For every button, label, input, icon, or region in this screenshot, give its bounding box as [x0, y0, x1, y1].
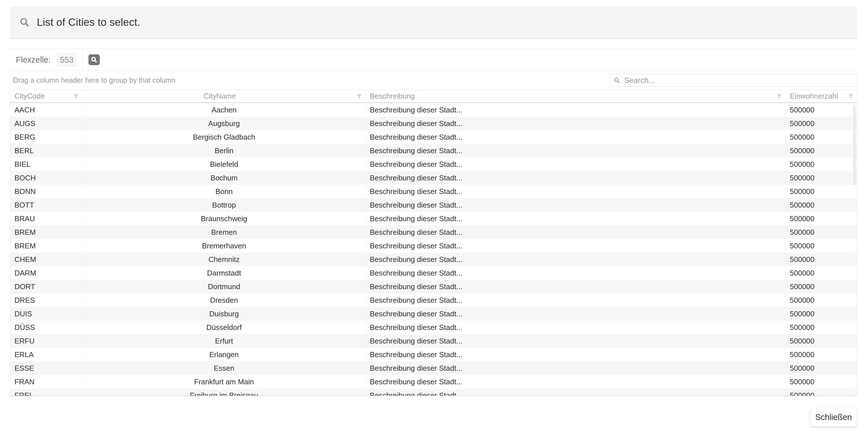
cell-beschreibung[interactable]: Beschreibung dieser Stadt... — [366, 307, 786, 321]
cell-citycode[interactable]: BIEL — [10, 158, 83, 171]
cell-beschreibung[interactable]: Beschreibung dieser Stadt... — [366, 185, 786, 198]
table-row[interactable]: BERL Berlin Beschreibung dieser Stadt...… — [10, 144, 857, 158]
cell-citycode[interactable]: BOCH — [10, 171, 83, 185]
cell-beschreibung[interactable]: Beschreibung dieser Stadt... — [366, 321, 786, 334]
table-row[interactable]: FREI Freiburg im Breisgau Beschreibung d… — [10, 389, 857, 396]
table-row[interactable]: BERG Bergisch Gladbach Beschreibung dies… — [10, 130, 857, 144]
cell-beschreibung[interactable]: Beschreibung dieser Stadt... — [366, 144, 786, 158]
cell-einwohnerzahl[interactable]: 500000 — [786, 361, 857, 375]
cell-citycode[interactable]: BREM — [10, 225, 83, 239]
cell-citycode[interactable]: BERL — [10, 144, 83, 158]
table-row[interactable]: FRAN Frankfurt am Main Beschreibung dies… — [10, 375, 857, 389]
cell-einwohnerzahl[interactable]: 500000 — [786, 103, 857, 117]
vertical-scrollbar-thumb[interactable] — [853, 104, 856, 185]
search-button[interactable] — [88, 54, 100, 65]
cell-cityname[interactable]: Bremen — [83, 225, 366, 239]
cell-citycode[interactable]: ERFU — [10, 334, 83, 348]
table-row[interactable]: BREM Bremen Beschreibung dieser Stadt...… — [10, 225, 857, 239]
column-header-cityname[interactable]: CityName — [83, 90, 366, 102]
flexzelle-input[interactable] — [58, 54, 76, 66]
cell-citycode[interactable]: BERG — [10, 130, 83, 144]
cell-beschreibung[interactable]: Beschreibung dieser Stadt... — [366, 348, 786, 361]
cell-beschreibung[interactable]: Beschreibung dieser Stadt... — [366, 171, 786, 185]
cell-cityname[interactable]: Berlin — [83, 144, 366, 158]
cell-cityname[interactable]: Frankfurt am Main — [83, 375, 366, 389]
grid-search-box[interactable] — [610, 74, 857, 87]
funnel-icon[interactable] — [776, 93, 783, 100]
table-row[interactable]: BOCH Bochum Beschreibung dieser Stadt...… — [10, 171, 857, 185]
cell-einwohnerzahl[interactable]: 500000 — [786, 348, 857, 361]
cell-cityname[interactable]: Erfurt — [83, 334, 366, 348]
column-header-beschreibung[interactable]: Beschreibung — [366, 90, 786, 102]
cell-citycode[interactable]: AACH — [10, 103, 83, 117]
cell-einwohnerzahl[interactable]: 500000 — [786, 117, 857, 130]
table-row[interactable]: DRES Dresden Beschreibung dieser Stadt..… — [10, 293, 857, 307]
cell-citycode[interactable]: DUIS — [10, 307, 83, 321]
cell-beschreibung[interactable]: Beschreibung dieser Stadt... — [366, 103, 786, 117]
cell-cityname[interactable]: Erlangen — [83, 348, 366, 361]
cell-cityname[interactable]: Bielefeld — [83, 158, 366, 171]
cell-einwohnerzahl[interactable]: 500000 — [786, 130, 857, 144]
table-row[interactable]: BIEL Bielefeld Beschreibung dieser Stadt… — [10, 158, 857, 171]
cell-einwohnerzahl[interactable]: 500000 — [786, 158, 857, 171]
cell-cityname[interactable]: Düsseldorf — [83, 321, 366, 334]
cell-einwohnerzahl[interactable]: 500000 — [786, 389, 857, 396]
funnel-icon[interactable] — [356, 93, 363, 100]
table-row[interactable]: BONN Bonn Beschreibung dieser Stadt... 5… — [10, 185, 857, 198]
cell-cityname[interactable]: Bonn — [83, 185, 366, 198]
column-header-citycode[interactable]: CityCode — [10, 90, 83, 102]
table-row[interactable]: ERLA Erlangen Beschreibung dieser Stadt.… — [10, 348, 857, 361]
cell-citycode[interactable]: DÜSS — [10, 321, 83, 334]
cell-citycode[interactable]: AUGS — [10, 117, 83, 130]
table-row[interactable]: DARM Darmstadt Beschreibung dieser Stadt… — [10, 266, 857, 280]
cell-einwohnerzahl[interactable]: 500000 — [786, 266, 857, 280]
cell-einwohnerzahl[interactable]: 500000 — [786, 225, 857, 239]
cell-beschreibung[interactable]: Beschreibung dieser Stadt... — [366, 239, 786, 253]
cell-einwohnerzahl[interactable]: 500000 — [786, 321, 857, 334]
table-row[interactable]: AACH Aachen Beschreibung dieser Stadt...… — [10, 103, 857, 117]
cell-einwohnerzahl[interactable]: 500000 — [786, 307, 857, 321]
cell-cityname[interactable]: Bremerhaven — [83, 239, 366, 253]
cell-einwohnerzahl[interactable]: 500000 — [786, 144, 857, 158]
table-row[interactable]: DÜSS Düsseldorf Beschreibung dieser Stad… — [10, 321, 857, 334]
cell-beschreibung[interactable]: Beschreibung dieser Stadt... — [366, 280, 786, 293]
column-header-einwohnerzahl[interactable]: Einwohnerzahl — [786, 90, 857, 102]
cell-citycode[interactable]: DORT — [10, 280, 83, 293]
cell-cityname[interactable]: Darmstadt — [83, 266, 366, 280]
cell-cityname[interactable]: Dortmund — [83, 280, 366, 293]
cell-cityname[interactable]: Braunschweig — [83, 212, 366, 225]
cell-cityname[interactable]: Bochum — [83, 171, 366, 185]
table-row[interactable]: BOTT Bottrop Beschreibung dieser Stadt..… — [10, 198, 857, 212]
cell-cityname[interactable]: Bottrop — [83, 198, 366, 212]
cell-citycode[interactable]: CHEM — [10, 253, 83, 266]
cell-einwohnerzahl[interactable]: 500000 — [786, 185, 857, 198]
funnel-icon[interactable] — [847, 93, 854, 100]
cell-beschreibung[interactable]: Beschreibung dieser Stadt... — [366, 130, 786, 144]
cell-cityname[interactable]: Aachen — [83, 103, 366, 117]
cell-citycode[interactable]: BRAU — [10, 212, 83, 225]
cell-citycode[interactable]: DARM — [10, 266, 83, 280]
cell-einwohnerzahl[interactable]: 500000 — [786, 212, 857, 225]
cell-cityname[interactable]: Duisburg — [83, 307, 366, 321]
cell-beschreibung[interactable]: Beschreibung dieser Stadt... — [366, 375, 786, 389]
cell-cityname[interactable]: Chemnitz — [83, 253, 366, 266]
cell-cityname[interactable]: Bergisch Gladbach — [83, 130, 366, 144]
close-button[interactable]: Schließen — [810, 408, 857, 427]
cell-citycode[interactable]: ESSE — [10, 361, 83, 375]
funnel-icon[interactable] — [72, 93, 79, 100]
cell-cityname[interactable]: Dresden — [83, 293, 366, 307]
cell-beschreibung[interactable]: Beschreibung dieser Stadt... — [366, 293, 786, 307]
cell-einwohnerzahl[interactable]: 500000 — [786, 253, 857, 266]
cell-citycode[interactable]: BREM — [10, 239, 83, 253]
cell-einwohnerzahl[interactable]: 500000 — [786, 293, 857, 307]
cell-citycode[interactable]: BOTT — [10, 198, 83, 212]
cell-cityname[interactable]: Augsburg — [83, 117, 366, 130]
table-row[interactable]: ERFU Erfurt Beschreibung dieser Stadt...… — [10, 334, 857, 348]
table-row[interactable]: ESSE Essen Beschreibung dieser Stadt... … — [10, 361, 857, 375]
cell-beschreibung[interactable]: Beschreibung dieser Stadt... — [366, 212, 786, 225]
grid-search-input[interactable] — [624, 76, 857, 85]
cell-einwohnerzahl[interactable]: 500000 — [786, 171, 857, 185]
cell-einwohnerzahl[interactable]: 500000 — [786, 334, 857, 348]
cell-citycode[interactable]: BONN — [10, 185, 83, 198]
table-row[interactable]: AUGS Augsburg Beschreibung dieser Stadt.… — [10, 117, 857, 130]
